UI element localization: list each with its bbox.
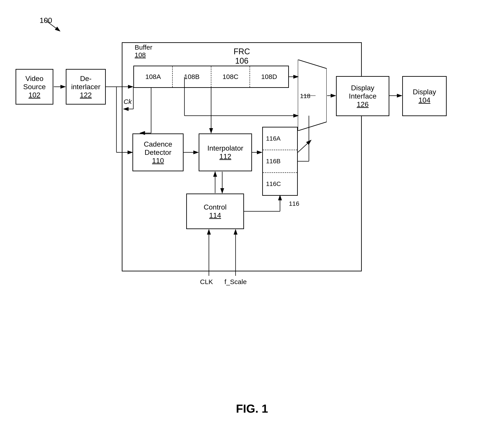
interp-frame-b: 116B: [263, 150, 297, 173]
fscale-label: f_Scale: [225, 278, 247, 286]
display-interface-box: Display Interface 126: [336, 76, 389, 116]
video-source-box: Video Source 102: [16, 69, 53, 105]
buffer-segments: 108A 108B 108C 108D: [133, 66, 289, 88]
interpolator-box: Interpolator 112: [199, 133, 252, 171]
buffer-seg-a: 108A: [134, 66, 173, 87]
clk-label: CLK: [200, 278, 213, 286]
interp-frame-a: 116A: [263, 128, 297, 150]
mux-ref: 118: [300, 92, 311, 100]
control-box: Control 114: [186, 194, 244, 229]
buffer-seg-b: 108B: [173, 66, 211, 87]
diagram-ref-100: 100: [39, 16, 52, 25]
diagram: 100 Video Source 102 De- interlacer 122 …: [0, 0, 504, 442]
cadence-detector-box: Cadence Detector 110: [132, 133, 184, 171]
buffer-label: Buffer 108: [135, 44, 153, 59]
interp-frames-ref: 116: [289, 200, 299, 207]
fig-caption: FIG. 1: [0, 402, 504, 415]
ck-label: Ck: [123, 98, 132, 105]
buffer-seg-d: 108D: [250, 66, 288, 87]
deinterlacer-box: De- interlacer 122: [66, 69, 106, 105]
interp-frames-box: 116A 116B 116C: [262, 127, 298, 196]
buffer-seg-c: 108C: [211, 66, 250, 87]
frc-label: FRC 106: [234, 47, 250, 66]
display-box: Display 104: [402, 76, 447, 116]
interp-frame-c: 116C: [263, 173, 297, 195]
